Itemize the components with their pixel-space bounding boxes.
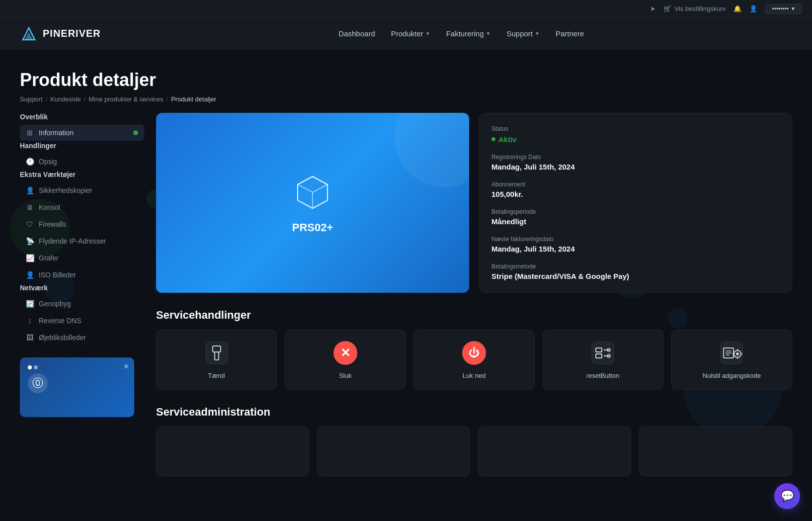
product-info-card: Status Aktiv Registrerings Dato Mandag, …	[479, 113, 792, 293]
breadcrumb-products[interactable]: Mine produkter & services	[88, 95, 163, 103]
action-luk-ned[interactable]: ⏻ Luk ned	[413, 330, 534, 390]
breadcrumb-sep-1: /	[46, 95, 48, 103]
reg-date-row: Registrerings Dato Mandag, Juli 15th, 20…	[491, 154, 780, 171]
sidebar-item-snapshots[interactable]: 🖼 Øjebliksbilleder	[20, 330, 144, 346]
svg-point-24	[736, 352, 739, 355]
action-reset-password[interactable]: Nulstil adgangskode	[671, 330, 792, 390]
sluk-label: Sluk	[339, 372, 351, 379]
admin-card-2	[317, 427, 470, 476]
topbar-cart[interactable]: 🛒 Vis bestillingskurv	[663, 5, 726, 12]
admin-card-1	[156, 427, 309, 476]
nav-dashboard[interactable]: Dashboard	[338, 29, 375, 38]
status-value: Aktiv	[498, 135, 517, 144]
header: PINERIVER Dashboard Produkter ▼ Fakturer…	[0, 18, 812, 50]
logo[interactable]: PINERIVER	[20, 25, 101, 43]
service-actions-section: Servicehandlinger Tænd	[156, 309, 792, 390]
sidebar-item-firewalls[interactable]: 🛡 Firewalls	[20, 216, 144, 232]
service-admin-title: Serviceadministration	[156, 406, 792, 419]
sidebar-item-floating-ip[interactable]: 📡 Flydende IP-Adresser	[20, 233, 144, 249]
sidebar-ekstra-title: Ekstra Værktøjer	[20, 171, 144, 178]
sidebar-section-overblik: Overblik ⊞ Information	[20, 113, 144, 141]
sidebar-information-badge	[133, 130, 138, 135]
sidebar-item-backup[interactable]: 👤 Sikkerhedskopier	[20, 182, 144, 198]
action-sluk[interactable]: ✕ Sluk	[285, 330, 406, 390]
sidebar-grafer-label: Grafer	[39, 254, 59, 262]
page-title: Produkt detaljer	[20, 70, 792, 90]
payment-method-row: Betalingsmetode Stripe (Mastercard/VISA …	[491, 263, 780, 280]
nav-partners[interactable]: Partnere	[556, 29, 584, 38]
shield-icon: 🛡	[26, 220, 34, 228]
rss-icon: 📡	[26, 237, 34, 245]
mini-promo-card: ✕ ⓪	[20, 357, 134, 417]
subscription-label: Abonnement	[491, 181, 780, 188]
sidebar-section-netvaerk: Netværk 🔄 Genopbyg ↕ Reverse DNS 🖼 Øjebl…	[20, 284, 144, 346]
breadcrumb-support[interactable]: Support	[20, 95, 43, 103]
payment-method-label: Betalingsmetode	[491, 263, 780, 270]
sidebar-item-reverse-dns[interactable]: ↕ Reverse DNS	[20, 313, 144, 329]
cube-icon	[293, 172, 332, 211]
arrow-icon: ➤	[650, 5, 655, 12]
nav-support-chevron: ▼	[535, 31, 540, 36]
mini-dot-1	[28, 365, 32, 369]
service-admin-section: Serviceadministration	[156, 406, 792, 476]
nav-support-label: Support	[506, 29, 533, 38]
key-settings-icon	[719, 340, 744, 366]
sidebar-section-ekstra: Ekstra Værktøjer 👤 Sikkerhedskopier 🖥 Ko…	[20, 171, 144, 283]
topbar: ➤ 🛒 Vis bestillingskurv 🔔 👤 •••••••• ▼	[0, 0, 812, 18]
monitor-icon: 🖥	[26, 203, 34, 211]
sidebar-item-grafer[interactable]: 📈 Grafer	[20, 250, 144, 266]
payment-period-value: Månedligt	[491, 217, 780, 226]
action-reset[interactable]: resetButton	[543, 330, 663, 390]
topbar-user-menu[interactable]: •••••••• ▼	[765, 4, 802, 14]
nav-billing[interactable]: Fakturering ▼	[446, 29, 491, 38]
product-grid: PRS02+ Status Aktiv Registrerings Dato M…	[156, 113, 792, 293]
action-taend[interactable]: Tænd	[156, 330, 277, 390]
photo-icon: 🖼	[26, 334, 34, 342]
mini-card-close-button[interactable]: ✕	[123, 362, 129, 370]
status-dot	[491, 137, 495, 141]
sidebar-reverse-dns-label: Reverse DNS	[39, 317, 81, 325]
sidebar-item-iso[interactable]: 👤 ISO Billeder	[20, 267, 144, 283]
chat-icon: 💬	[781, 490, 794, 503]
chart-icon: 📈	[26, 254, 34, 262]
taend-label: Tænd	[208, 372, 225, 379]
sidebar-genopbyg-label: Genopbyg	[39, 300, 71, 308]
sidebar-information-label: Information	[39, 129, 74, 137]
sidebar-handlinger-title: Handlinger	[20, 142, 144, 150]
sidebar-floating-ip-label: Flydende IP-Adresser	[39, 237, 106, 245]
breadcrumb-kundeside[interactable]: Kundeside	[50, 95, 81, 103]
sidebar-item-genopbyg[interactable]: 🔄 Genopbyg	[20, 296, 144, 312]
sort-icon: ↕	[26, 317, 34, 325]
topbar-chevron-icon: ▼	[791, 6, 796, 11]
mini-card-dots	[28, 365, 126, 369]
luk-ned-label: Luk ned	[463, 372, 486, 379]
sidebar-netvaerk-title: Netværk	[20, 284, 144, 292]
status-badge: Aktiv	[491, 135, 517, 144]
service-actions-title: Servicehandlinger	[156, 309, 792, 322]
admin-card-4	[639, 427, 792, 476]
product-name: PRS02+	[292, 221, 333, 234]
topbar-arrow[interactable]: ➤	[650, 5, 655, 12]
power-red-icon: ⏻	[461, 340, 487, 366]
user-avatar-icon: 👤	[749, 5, 757, 12]
logo-text: PINERIVER	[43, 28, 101, 39]
cart-icon: 🛒	[663, 5, 671, 12]
sidebar-item-information[interactable]: ⊞ Information	[20, 125, 144, 141]
sidebar-item-konsol[interactable]: 🖥 Konsol	[20, 199, 144, 215]
sidebar-firewalls-label: Firewalls	[39, 220, 66, 228]
sidebar-overblik-title: Overblik	[20, 113, 144, 121]
subscription-row: Abonnement 105,00kr.	[491, 181, 780, 198]
svg-rect-7	[206, 342, 228, 364]
reg-date-label: Registrerings Dato	[491, 154, 780, 161]
sidebar-item-opsig[interactable]: 🕐 Opsig	[20, 154, 144, 170]
chat-button[interactable]: 💬	[774, 483, 800, 509]
nav-products[interactable]: Produkter ▼	[391, 29, 430, 38]
svg-rect-11	[592, 342, 614, 364]
nav-support[interactable]: Support ▼	[506, 29, 539, 38]
payment-period-row: Betalingsperiode Månedligt	[491, 208, 780, 226]
admin-card-3	[478, 427, 631, 476]
backup-icon: 👤	[26, 186, 34, 194]
topbar-user-icon[interactable]: 👤	[749, 5, 757, 12]
topbar-bell[interactable]: 🔔	[733, 5, 741, 12]
reset-icon	[590, 340, 616, 366]
